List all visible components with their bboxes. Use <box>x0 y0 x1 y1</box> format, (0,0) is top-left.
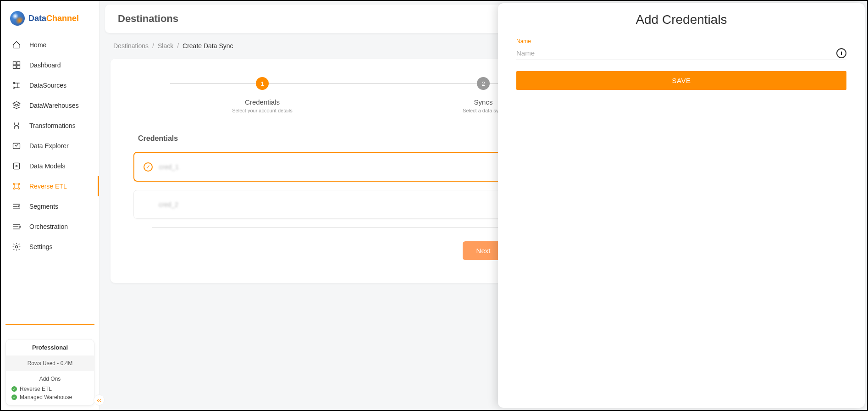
info-icon[interactable]: i <box>836 48 846 58</box>
svg-point-12 <box>18 188 19 189</box>
page-title: Destinations <box>118 13 178 25</box>
nav-reverseetl[interactable]: Reverse ETL <box>1 176 99 196</box>
nav-label: Data Explorer <box>29 142 69 150</box>
panel-title: Add Credentials <box>516 12 846 27</box>
warehouse-icon <box>12 101 21 110</box>
plan-addon: ✓ Managed Warehouse <box>6 393 94 405</box>
svg-point-13 <box>18 206 20 207</box>
svg-rect-0 <box>13 62 17 65</box>
nav-segments[interactable]: Segments <box>1 196 99 217</box>
save-button[interactable]: SAVE <box>516 71 846 90</box>
collapse-sidebar-button[interactable]: ‹‹ <box>94 394 105 405</box>
check-icon: ✓ <box>11 394 17 400</box>
svg-point-14 <box>19 226 21 227</box>
breadcrumb-item[interactable]: Slack <box>158 42 173 50</box>
nav-dataexplorer[interactable]: Data Explorer <box>1 136 99 156</box>
nav-settings[interactable]: Settings <box>1 237 99 257</box>
name-input[interactable] <box>516 46 832 60</box>
brand-part1: Data <box>28 14 46 23</box>
add-credentials-panel: Add Credentials Name i SAVE <box>498 3 865 408</box>
plan-card: Professional Rows Used - 0.4M Add Ons ✓ … <box>6 339 94 405</box>
step-label: Credentials <box>245 98 280 106</box>
nav-label: DataWarehouses <box>29 102 79 109</box>
nav-label: Home <box>29 41 46 49</box>
svg-point-8 <box>16 165 17 167</box>
home-icon <box>12 40 21 50</box>
nav-datawarehouses[interactable]: DataWarehouses <box>1 95 99 116</box>
name-field: Name i <box>516 38 846 60</box>
brand-part2: Channel <box>46 14 79 23</box>
name-label: Name <box>516 38 846 44</box>
explorer-icon <box>12 141 21 150</box>
sidebar: DataChannel Home Dashboard DataSources D… <box>1 1 100 410</box>
svg-rect-1 <box>17 62 20 65</box>
svg-rect-7 <box>13 163 19 169</box>
brand-text: DataChannel <box>28 14 79 23</box>
dashboard-icon <box>12 61 21 70</box>
chevron-left-icon: ‹‹ <box>97 396 101 404</box>
nav-label: Settings <box>29 243 53 250</box>
nav-label: Reverse ETL <box>29 183 67 190</box>
nav-transformations[interactable]: Transformations <box>1 116 99 136</box>
step-label: Syncs <box>474 98 493 106</box>
step-number: 1 <box>256 77 269 90</box>
breadcrumb-sep: / <box>177 42 179 50</box>
svg-point-9 <box>13 183 15 184</box>
nav-home[interactable]: Home <box>1 35 99 55</box>
brand-icon <box>10 11 25 26</box>
breadcrumb-item[interactable]: Destinations <box>113 42 149 50</box>
svg-rect-2 <box>13 66 17 69</box>
plan-addon: ✓ Reverse ETL <box>6 385 94 393</box>
divider <box>6 324 94 325</box>
segments-icon <box>12 202 21 211</box>
breadcrumb-current: Create Data Sync <box>182 42 233 50</box>
sidebar-bottom: Professional Rows Used - 0.4M Add Ons ✓ … <box>1 320 99 410</box>
nav-label: Segments <box>29 203 58 210</box>
models-icon <box>12 161 21 171</box>
plan-addons-title: Add Ons <box>6 371 94 385</box>
nav-orchestration[interactable]: Orchestration <box>1 217 99 237</box>
orchestration-icon <box>12 222 21 231</box>
step-credentials[interactable]: 1 Credentials Select your account detail… <box>152 77 373 113</box>
nav-label: Orchestration <box>29 223 68 230</box>
svg-point-5 <box>13 87 15 88</box>
step-sub: Select your account details <box>232 108 292 113</box>
brand-logo[interactable]: DataChannel <box>1 6 99 35</box>
check-icon: ✓ <box>11 386 17 392</box>
svg-point-4 <box>13 82 15 83</box>
addon-label: Reverse ETL <box>20 386 52 392</box>
nav-dashboard[interactable]: Dashboard <box>1 55 99 75</box>
nav-label: Transformations <box>29 122 76 129</box>
plan-tier: Professional <box>6 339 94 355</box>
nav-list: Home Dashboard DataSources DataWarehouse… <box>1 35 99 320</box>
svg-point-10 <box>18 183 19 184</box>
svg-rect-3 <box>17 66 20 69</box>
reverseetl-icon <box>12 182 21 191</box>
breadcrumb-sep: / <box>152 42 154 50</box>
credentials-title: Credentials <box>138 134 178 143</box>
nav-datasources[interactable]: DataSources <box>1 75 99 95</box>
transform-icon <box>12 121 21 130</box>
nav-label: Data Models <box>29 162 66 170</box>
step-number: 2 <box>477 77 490 90</box>
svg-point-11 <box>13 188 15 189</box>
nav-label: DataSources <box>29 82 66 89</box>
addon-label: Managed Warehouse <box>20 394 72 400</box>
plan-rows: Rows Used - 0.4M <box>6 355 94 371</box>
datasources-icon <box>12 81 21 90</box>
gear-icon <box>12 242 21 251</box>
selected-check-icon: ✓ <box>144 162 153 172</box>
nav-label: Dashboard <box>29 61 61 69</box>
svg-point-15 <box>16 246 18 248</box>
nav-datamodels[interactable]: Data Models <box>1 156 99 176</box>
